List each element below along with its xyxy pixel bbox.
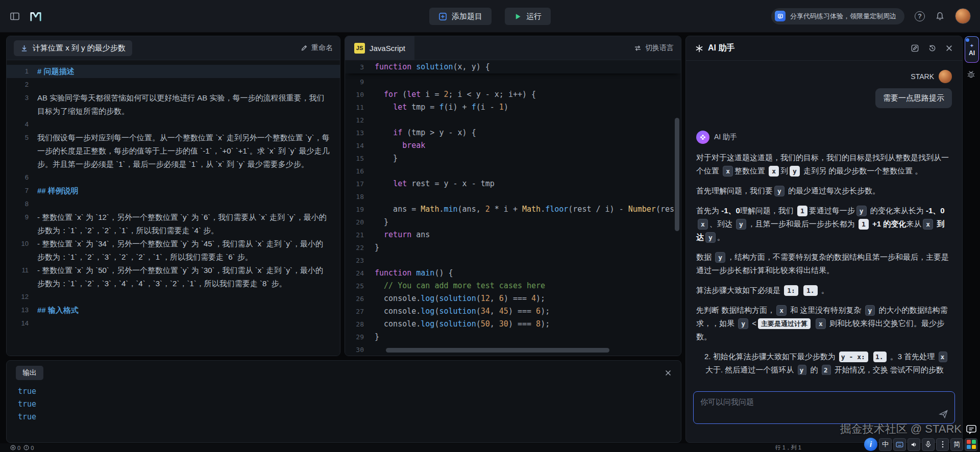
markdown-line[interactable]: 8 <box>7 197 340 211</box>
switch-language-button[interactable]: 切换语言 <box>634 43 674 53</box>
sticky-code-line[interactable]: 3function solution(x, y) { <box>345 61 681 73</box>
code-editor[interactable]: 3function solution(x, y) { 910 for (let … <box>345 61 681 356</box>
output-tab[interactable]: 输出 <box>16 366 43 380</box>
ai-assistant-panel: AI 助手 <box>685 36 963 443</box>
markdown-line[interactable]: 12 <box>7 290 340 304</box>
output-value: true <box>18 411 681 423</box>
more-dots-icon[interactable] <box>936 438 949 451</box>
ifly-icon[interactable]: i <box>864 438 877 451</box>
ai-sidebar-label: AI <box>969 49 975 57</box>
tab-javascript-label: JavaScript <box>370 44 405 53</box>
send-icon[interactable] <box>939 409 948 419</box>
ime-simplified[interactable]: 简 <box>950 438 963 451</box>
topbar: 添加题目 运行 分享代码练习体验，领限量定制周边 ? <box>0 0 980 33</box>
run-button[interactable]: 运行 <box>505 8 551 25</box>
app-root: 添加题目 运行 分享代码练习体验，领限量定制周边 ? <box>0 0 980 452</box>
chat-input-box[interactable] <box>693 391 955 424</box>
history-icon[interactable] <box>928 44 937 53</box>
promo-banner[interactable]: 分享代码练习体验，领限量定制周边 <box>771 8 904 24</box>
code-line[interactable]: 16 <box>345 165 681 178</box>
markdown-line[interactable]: 11- 整数位置 `x` 为 `50`，另外一个整数位置 `y` 为 `30`，… <box>7 264 340 290</box>
output-lines: truetruetrue <box>7 382 681 423</box>
pencil-icon <box>301 44 308 52</box>
user-name: STARK <box>911 72 934 81</box>
panel-toggle-icon[interactable] <box>9 11 20 22</box>
warning-count[interactable]: 0 <box>23 445 34 451</box>
user-avatar[interactable] <box>955 8 971 24</box>
sparkle-icon: ✦ <box>970 43 974 48</box>
rename-button[interactable]: 重命名 <box>301 43 333 53</box>
code-line[interactable]: 17 let rest = y - x - tmp <box>345 178 681 190</box>
tab-javascript[interactable]: JS JavaScript <box>345 36 414 60</box>
ime-skin-icon[interactable] <box>965 438 977 451</box>
code-line[interactable]: 20 } <box>345 216 681 229</box>
code-line[interactable]: 14 break <box>345 139 681 152</box>
ai-sidebar-button[interactable]: ✦ AI <box>965 36 979 63</box>
add-problem-button[interactable]: 添加题目 <box>429 8 492 25</box>
status-bar: 0 0 行 1，列 1 <box>0 443 980 452</box>
code-line[interactable]: 3function solution(x, y) { <box>345 61 681 73</box>
javascript-icon: JS <box>354 43 365 54</box>
feedback-icon[interactable] <box>911 44 919 53</box>
code-line[interactable]: 26 console.log(solution(12, 6) === 4); <box>345 292 681 305</box>
run-label: 运行 <box>526 12 542 21</box>
code-line[interactable]: 13 if (tmp > y - x) { <box>345 127 681 139</box>
code-line[interactable]: 19 ans = Math.min(ans, 2 * i + Math.floo… <box>345 203 681 216</box>
ai-close-icon[interactable] <box>945 44 953 52</box>
code-line[interactable]: 15 } <box>345 152 681 165</box>
code-line[interactable]: 29} <box>345 331 681 343</box>
plus-square-icon <box>438 12 447 21</box>
code-line[interactable]: 21 return ans <box>345 229 681 241</box>
code-line[interactable]: 12 <box>345 114 681 127</box>
ai-avatar <box>696 131 709 144</box>
markdown-line[interactable]: 4 <box>7 118 340 131</box>
output-close-icon[interactable] <box>665 369 672 376</box>
code-line[interactable]: 11 let tmp = f(i) + f(i - 1) <box>345 101 681 114</box>
markdown-line[interactable]: 7## 样例说明 <box>7 184 340 197</box>
code-line[interactable]: 18 <box>345 190 681 203</box>
markdown-line[interactable]: 10- 整数位置 `x` 为 `34`，另外一个整数位置 `y` 为 `45`，… <box>7 237 340 264</box>
code-line[interactable]: 10 for (let i = 2; i < y - x; i++) { <box>345 88 681 101</box>
problem-title-tab[interactable]: 计算位置 x 到 y 的最少步数 <box>14 40 132 56</box>
user-message-avatar <box>939 70 952 83</box>
vertical-scrollbar[interactable] <box>675 118 679 231</box>
bell-icon[interactable] <box>935 11 945 21</box>
download-icon <box>20 44 28 52</box>
speaker-icon[interactable] <box>908 438 920 451</box>
horizontal-scrollbar[interactable] <box>386 348 609 353</box>
ai-name: AI 助手 <box>714 133 737 142</box>
ai-panel-title: AI 助手 <box>708 43 734 54</box>
markdown-line[interactable]: 9- 整数位置 `x` 为 `12`，另外一个整数位置 `y` 为 `6`，我们… <box>7 211 340 237</box>
chat-input[interactable] <box>694 392 954 423</box>
markdown-line[interactable]: 2 <box>7 78 340 91</box>
rename-label: 重命名 <box>311 43 333 53</box>
ai-message: 对于对于这道题这道题，我们的目标，我们的目标是找到从整数是找到从一个位置 x整数… <box>696 151 952 375</box>
code-line[interactable]: 9 <box>345 76 681 88</box>
help-icon[interactable]: ? <box>915 11 925 21</box>
code-line[interactable]: 25 // You can add more test cases here <box>345 280 681 292</box>
swap-arrows-icon <box>634 45 642 52</box>
markdown-line[interactable]: 1# 问题描述 <box>7 65 340 78</box>
code-line[interactable]: 24function main() { <box>345 267 681 280</box>
ime-lang-chinese[interactable]: 中 <box>879 438 892 451</box>
code-line[interactable]: 28 console.log(solution(50, 30) === 8); <box>345 318 681 331</box>
markdown-line[interactable]: 13## 输入格式 <box>7 304 340 317</box>
code-line[interactable]: 27 console.log(solution(34, 45) === 6); <box>345 305 681 318</box>
asterisk-icon <box>695 44 703 53</box>
markdown-line[interactable]: 14 <box>7 317 340 330</box>
marscode-logo[interactable] <box>29 10 43 23</box>
markdown-lines: 1# 问题描述23AB 实验同学每天都很苦恼如何可以更好地进行 AB 实验，每一… <box>7 65 340 330</box>
keyboard-icon[interactable] <box>893 438 906 451</box>
cursor-position[interactable]: 行 1，列 1 <box>775 444 801 451</box>
markdown-line[interactable]: 6 <box>7 171 340 184</box>
error-count[interactable]: 0 <box>10 445 20 451</box>
play-icon <box>514 13 522 20</box>
mic-icon[interactable] <box>922 438 935 451</box>
code-line[interactable]: 22} <box>345 241 681 254</box>
bug-icon[interactable] <box>966 69 976 79</box>
code-line[interactable]: 23 <box>345 254 681 267</box>
chat-bubble-icon[interactable] <box>965 423 977 436</box>
markdown-line[interactable]: 3AB 实验同学每天都很苦恼如何可以更好地进行 AB 实验，每一步的流程很重要，… <box>7 91 340 118</box>
markdown-editor[interactable]: 1# 问题描述23AB 实验同学每天都很苦恼如何可以更好地进行 AB 实验，每一… <box>7 61 340 356</box>
markdown-line[interactable]: 5我们假设每一步对应到每一个位置。从一个整数位置 `x` 走到另外一个整数位置 … <box>7 131 340 171</box>
